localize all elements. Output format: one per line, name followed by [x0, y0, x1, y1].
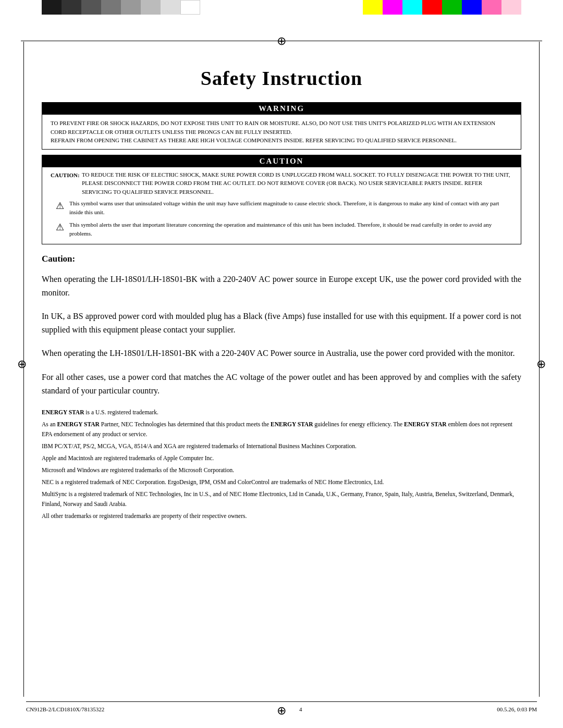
warning-header: WARNING: [42, 103, 521, 115]
swatch-yellow: [363, 0, 383, 15]
swatch-red: [422, 0, 442, 15]
symbol1-text: This symbol warns user that uninsulated …: [69, 199, 512, 216]
body-para-1: When operating the LH-18S01/LH-18S01-BK …: [42, 273, 521, 299]
swatch-gray1: [81, 0, 101, 15]
symbol1-icon: ⚠: [51, 199, 69, 213]
footer-left: CN912B-2/LCD1810X/78135322: [26, 706, 104, 712]
swatch-green: [442, 0, 462, 15]
body-para-3: When operating the LH-18S01/LH-18S01-BK …: [42, 347, 521, 360]
top-area: ⊕: [0, 15, 563, 56]
caution-label: CAUTION:: [51, 170, 82, 180]
caution-box: ⚠ CAUTION ⚠ CAUTION: TO REDUCE THE RISK …: [42, 155, 521, 245]
trademark-section: ENERGY STAR is a U.S. registered tradema…: [42, 408, 521, 521]
swatch-blue: [462, 0, 482, 15]
footer-center: 4: [299, 706, 302, 712]
trademark-8: All other trademarks or registered trade…: [42, 511, 521, 521]
swatch-light-gray: [161, 0, 180, 15]
swatch-gray3: [121, 0, 141, 15]
trademark-7: MultiSync is a registered trademark of N…: [42, 489, 521, 509]
swatch-cyan: [402, 0, 422, 15]
main-content: Safety Instruction ⚠ WARNING ⚠ TO PREVEN…: [0, 56, 563, 544]
color-bar-left: [42, 0, 200, 15]
body-para-2: In UK, a BS approved power cord with mou…: [42, 310, 521, 336]
symbol-row-2: ⚠ This symbol alerts the user that impor…: [51, 219, 512, 239]
swatch-pink: [482, 0, 501, 15]
trademark-2: As an ENERGY STAR Partner, NEC Technolog…: [42, 419, 521, 439]
warning-box: ⚠ WARNING ⚠ TO PREVENT FIRE OR SHOCK HAZ…: [42, 102, 521, 150]
symbol-row-1: ⚠ This symbol warns user that uninsulate…: [51, 198, 512, 217]
swatch-gray2: [101, 0, 121, 15]
swatch-light-pink: [501, 0, 521, 15]
footer-right: 00.5.26, 0:03 PM: [497, 706, 537, 712]
caution-left-icon: ⚠: [47, 156, 56, 168]
warning-text: TO PREVENT FIRE OR SHOCK HAZARDS, DO NOT…: [51, 120, 495, 143]
trademark-5: Microsoft and Windows are registered tra…: [42, 465, 521, 475]
swatch-gray4: [141, 0, 161, 15]
caution-main-row: CAUTION: TO REDUCE THE RISK OF ELECTRIC …: [51, 170, 512, 196]
body-para-4: For all other cases, use a power cord th…: [42, 371, 521, 397]
top-crosshair-icon: ⊕: [277, 34, 286, 48]
color-bar: [0, 0, 563, 15]
footer: CN912B-2/LCD1810X/78135322 4 00.5.26, 0:…: [0, 701, 563, 712]
caution-section-heading: Caution:: [42, 254, 521, 264]
caution-header: CAUTION: [42, 155, 521, 167]
color-bar-right: [363, 0, 521, 15]
symbol2-icon: ⚠: [51, 220, 69, 235]
page-title: Safety Instruction: [42, 67, 521, 90]
caution-right-icon: ⚠: [507, 156, 516, 168]
swatch-magenta: [383, 0, 402, 15]
trademark-3: IBM PC/XT/AT, PS/2, MCGA, VGA, 8514/A an…: [42, 441, 521, 451]
footer-line: [26, 701, 537, 702]
trademark-1: ENERGY STAR is a U.S. registered tradema…: [42, 408, 521, 417]
swatch-black: [42, 0, 62, 15]
warning-left-icon: ⚠: [47, 103, 58, 116]
footer-text: CN912B-2/LCD1810X/78135322 4 00.5.26, 0:…: [26, 706, 537, 712]
warning-right-icon: ⚠: [505, 103, 516, 116]
trademark-6: NEC is a registered trademark of NEC Cor…: [42, 477, 521, 487]
warning-body: TO PREVENT FIRE OR SHOCK HAZARDS, DO NOT…: [42, 115, 521, 149]
caution-main-text: TO REDUCE THE RISK OF ELECTRIC SHOCK, MA…: [82, 170, 512, 196]
caution-body: CAUTION: TO REDUCE THE RISK OF ELECTRIC …: [42, 167, 521, 244]
trademark-4: Apple and Macintosh are registered trade…: [42, 453, 521, 463]
swatch-dark-gray: [62, 0, 81, 15]
swatch-white: [180, 0, 200, 15]
symbol2-text: This symbol alerts the user that importa…: [69, 220, 512, 238]
